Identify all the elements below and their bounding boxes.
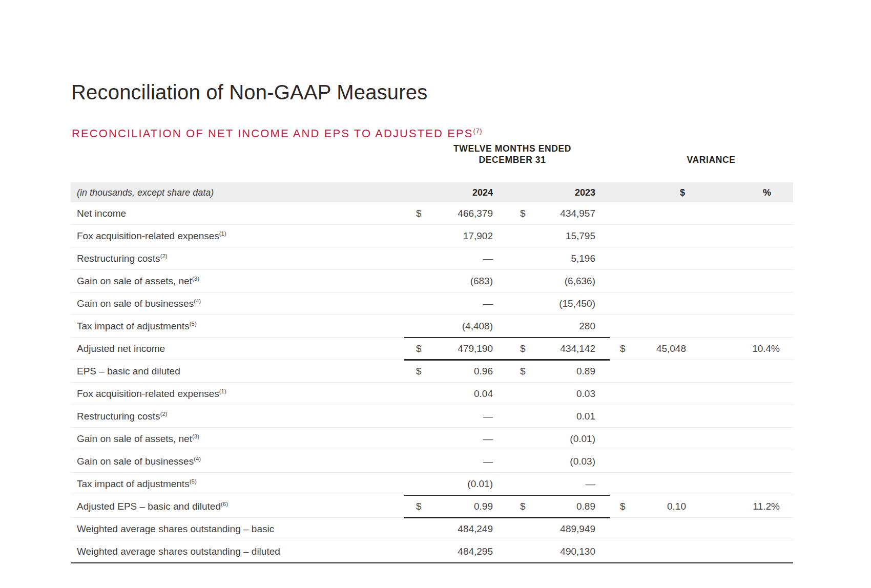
table-header-row: (in thousands, except share data) 2024 2… [71,182,793,202]
value-2023: (0.01) [570,433,595,445]
section-subtitle: RECONCILIATION OF NET INCOME AND EPS TO … [72,128,482,140]
currency-variance: $ [620,501,626,512]
group-header-line1: TWELVE MONTHS ENDED [420,143,605,154]
table-row: Restructuring costs(2)—0.01 [71,405,793,428]
currency-2023: $ [520,501,526,512]
table-row: Fox acquisition-related expenses(1)17,90… [71,225,793,247]
footnote-ref: (1) [219,388,226,394]
currency-2024: $ [416,343,422,354]
value-variance: 0.10 [667,501,686,512]
currency-2023: $ [520,208,526,219]
table-row: EPS – basic and diluted$0.96$0.89 [71,360,793,383]
table-row: Tax impact of adjustments(5)(4,408)280 [71,315,793,338]
table-row: Gain on sale of businesses(4)—(0.03) [71,450,793,473]
table-row: Restructuring costs(2)—5,196 [71,247,793,270]
report-page: Reconciliation of Non-GAAP Measures RECO… [0,0,871,588]
table-row: Gain on sale of assets, net(3)—(0.01) [71,428,793,450]
value-2023: 0.03 [576,388,595,400]
table-body: Net income$466,379$434,957Fox acquisitio… [71,202,793,562]
value-2024: 466,379 [458,208,493,219]
footnote-ref: (3) [192,433,199,439]
currency-2023: $ [520,366,526,377]
table-row: Fox acquisition-related expenses(1)0.040… [71,383,793,405]
row-label: Fox acquisition-related expenses(1) [77,388,226,399]
table-row: Adjusted net income$479,190$434,142$45,0… [71,338,793,360]
currency-2023: $ [520,343,526,354]
value-2023: 15,795 [566,230,595,242]
value-2023: 280 [579,321,595,332]
table-row: Adjusted EPS – basic and diluted(6)$0.99… [71,495,793,518]
table-row: Weighted average shares outstanding – di… [71,540,793,562]
row-label: Adjusted EPS – basic and diluted(6) [77,500,228,512]
value-2024: 17,902 [463,230,493,242]
row-label: Gain on sale of businesses(4) [77,455,201,467]
value-2024: 0.99 [474,501,493,512]
value-2024: — [483,456,493,467]
row-label: Adjusted net income [77,343,165,354]
row-label: Restructuring costs(2) [77,410,168,422]
row-label: Gain on sale of businesses(4) [77,298,201,309]
row-label: Weighted average shares outstanding – di… [77,546,280,557]
value-2023: 434,957 [560,208,595,219]
row-label: Tax impact of adjustments(5) [77,478,197,489]
value-2024: 479,190 [458,343,493,354]
footnote-ref-7: (7) [473,127,482,135]
currency-2024: $ [416,208,422,219]
value-2023: 5,196 [571,253,595,264]
group-header-line2: DECEMBER 31 [420,154,605,165]
row-label: Net income [77,208,126,219]
section-subtitle-text: RECONCILIATION OF NET INCOME AND EPS TO … [72,127,473,140]
value-2023: (6,636) [565,276,595,287]
table-row: Gain on sale of businesses(4)—(15,450) [71,292,793,315]
column-group-header: TWELVE MONTHS ENDED DECEMBER 31 [420,143,605,165]
table-row: Net income$466,379$434,957 [71,202,793,225]
col-header-2024: 2024 [472,187,493,198]
currency-2024: $ [416,366,422,377]
value-2023: 0.01 [576,411,595,422]
page-title: Reconciliation of Non-GAAP Measures [71,81,427,103]
reconciliation-table: (in thousands, except share data) 2024 2… [71,182,793,563]
value-2024: 484,295 [458,546,493,557]
value-variance: 45,048 [656,343,686,354]
variance-group-header: VARIANCE [660,154,762,165]
value-variance-percent: 11.2% [753,501,780,512]
value-2023: (0.03) [570,456,595,467]
footnote-ref: (5) [190,478,197,484]
value-2023: 0.89 [576,501,595,512]
currency-variance: $ [620,343,626,354]
footnote-ref: (4) [194,298,201,304]
footnote-ref: (4) [194,455,201,461]
currency-2024: $ [416,501,422,512]
table-row: Gain on sale of assets, net(3)(683)(6,63… [71,270,793,292]
footnote-ref: (5) [190,320,197,326]
value-2023: (15,450) [559,298,595,309]
footnote-ref: (6) [221,500,228,507]
col-header-variance-percent: % [763,187,771,198]
value-2024: (683) [470,276,493,287]
row-label: Gain on sale of assets, net(3) [77,433,199,444]
table-row: Weighted average shares outstanding – ba… [71,518,793,540]
footnote-ref: (1) [219,230,226,236]
row-label: Fox acquisition-related expenses(1) [77,230,226,241]
footnote-ref: (3) [192,275,199,281]
value-2024: 484,249 [458,523,493,535]
value-2024: 0.96 [474,366,493,377]
row-label: Restructuring costs(2) [77,253,168,264]
value-2024: — [483,411,493,422]
units-note: (in thousands, except share data) [77,187,214,198]
col-header-2023: 2023 [575,187,595,198]
value-2024: — [483,253,493,264]
value-2023: 490,130 [560,546,595,557]
row-label: Gain on sale of assets, net(3) [77,275,199,286]
footnote-ref: (2) [160,253,168,259]
value-2023: — [586,478,595,490]
value-2023: 489,949 [560,523,595,535]
row-label: Tax impact of adjustments(5) [77,320,197,331]
footnote-ref: (2) [160,410,168,416]
row-label: Weighted average shares outstanding – ba… [77,523,274,535]
value-2023: 0.89 [576,366,595,377]
value-2024: (0.01) [467,478,493,490]
value-2024: — [483,298,493,309]
value-2024: — [483,433,493,445]
table-row: Tax impact of adjustments(5)(0.01)— [71,473,793,495]
